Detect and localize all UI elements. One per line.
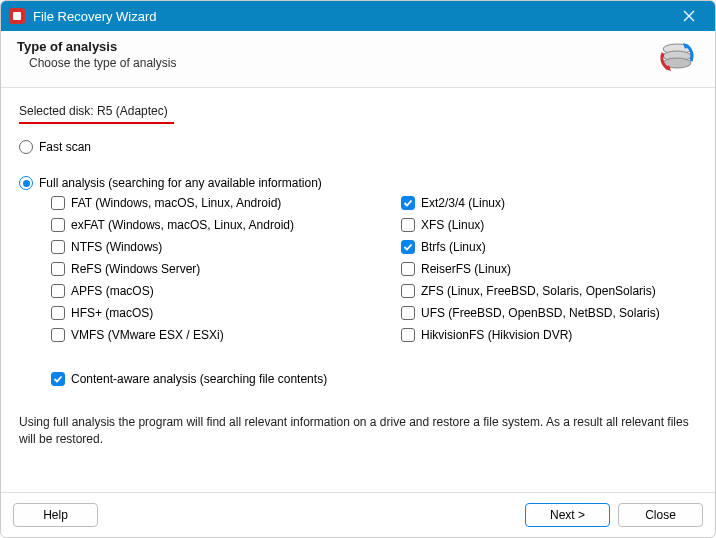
- selected-disk-row: Selected disk: R5 (Adaptec): [19, 104, 697, 118]
- checkbox-fs-left-4[interactable]: APFS (macOS): [51, 284, 391, 298]
- checkbox-icon: [51, 306, 65, 320]
- checkbox-label: VMFS (VMware ESX / ESXi): [71, 328, 224, 342]
- checkbox-label: ReFS (Windows Server): [71, 262, 200, 276]
- description-text: Using full analysis the program will fin…: [19, 414, 697, 448]
- checkbox-fs-left-2[interactable]: NTFS (Windows): [51, 240, 391, 254]
- checkbox-icon: [401, 196, 415, 210]
- checkbox-label: Content-aware analysis (searching file c…: [71, 372, 327, 386]
- help-button[interactable]: Help: [13, 503, 98, 527]
- close-button[interactable]: Close: [618, 503, 703, 527]
- checkbox-label: Btrfs (Linux): [421, 240, 486, 254]
- checkbox-label: XFS (Linux): [421, 218, 484, 232]
- checkbox-label: FAT (Windows, macOS, Linux, Android): [71, 196, 281, 210]
- window: { "window": { "title": "File Recovery Wi…: [0, 0, 716, 538]
- checkbox-fs-left-6[interactable]: VMFS (VMware ESX / ESXi): [51, 328, 391, 342]
- selected-disk-label: Selected disk:: [19, 104, 94, 118]
- checkbox-label: HFS+ (macOS): [71, 306, 153, 320]
- radio-icon: [19, 140, 33, 154]
- checkbox-icon: [401, 328, 415, 342]
- checkbox-icon: [401, 262, 415, 276]
- checkbox-label: UFS (FreeBSD, OpenBSD, NetBSD, Solaris): [421, 306, 660, 320]
- checkbox-fs-right-3[interactable]: ReiserFS (Linux): [401, 262, 697, 276]
- checkbox-icon: [401, 240, 415, 254]
- checkbox-label: Ext2/3/4 (Linux): [421, 196, 505, 210]
- checkbox-fs-right-5[interactable]: UFS (FreeBSD, OpenBSD, NetBSD, Solaris): [401, 306, 697, 320]
- checkbox-icon: [51, 284, 65, 298]
- checkbox-fs-left-5[interactable]: HFS+ (macOS): [51, 306, 391, 320]
- radio-full-analysis[interactable]: Full analysis (searching for any availab…: [19, 176, 697, 190]
- checkbox-icon: [51, 240, 65, 254]
- checkbox-fs-left-3[interactable]: ReFS (Windows Server): [51, 262, 391, 276]
- recovery-icon: [655, 39, 699, 79]
- checkbox-fs-left-1[interactable]: exFAT (Windows, macOS, Linux, Android): [51, 218, 391, 232]
- checkbox-icon: [51, 328, 65, 342]
- checkbox-fs-right-0[interactable]: Ext2/3/4 (Linux): [401, 196, 697, 210]
- checkbox-icon: [51, 372, 65, 386]
- checkbox-label: HikvisionFS (Hikvision DVR): [421, 328, 572, 342]
- checkbox-icon: [51, 218, 65, 232]
- checkbox-fs-right-2[interactable]: Btrfs (Linux): [401, 240, 697, 254]
- checkbox-icon: [51, 196, 65, 210]
- close-icon[interactable]: [671, 1, 707, 31]
- checkbox-label: APFS (macOS): [71, 284, 154, 298]
- checkbox-icon: [401, 306, 415, 320]
- checkbox-icon: [51, 262, 65, 276]
- checkbox-fs-right-6[interactable]: HikvisionFS (Hikvision DVR): [401, 328, 697, 342]
- header: Type of analysis Choose the type of anal…: [1, 31, 715, 88]
- radio-label: Fast scan: [39, 140, 91, 154]
- page-subtitle: Choose the type of analysis: [29, 56, 655, 70]
- filesystem-grid: FAT (Windows, macOS, Linux, Android)Ext2…: [51, 196, 697, 350]
- titlebar: File Recovery Wizard: [1, 1, 715, 31]
- next-button[interactable]: Next >: [525, 503, 610, 527]
- checkbox-label: exFAT (Windows, macOS, Linux, Android): [71, 218, 294, 232]
- app-icon: [9, 8, 25, 24]
- checkbox-label: NTFS (Windows): [71, 240, 162, 254]
- checkbox-content-aware[interactable]: Content-aware analysis (searching file c…: [51, 372, 697, 386]
- radio-label: Full analysis (searching for any availab…: [39, 176, 322, 190]
- checkbox-fs-left-0[interactable]: FAT (Windows, macOS, Linux, Android): [51, 196, 391, 210]
- page-title: Type of analysis: [17, 39, 655, 54]
- checkbox-icon: [401, 218, 415, 232]
- checkbox-icon: [401, 284, 415, 298]
- radio-icon: [19, 176, 33, 190]
- checkbox-label: ReiserFS (Linux): [421, 262, 511, 276]
- checkbox-label: ZFS (Linux, FreeBSD, Solaris, OpenSolari…: [421, 284, 656, 298]
- checkbox-fs-right-4[interactable]: ZFS (Linux, FreeBSD, Solaris, OpenSolari…: [401, 284, 697, 298]
- window-title: File Recovery Wizard: [33, 9, 671, 24]
- content-area: Selected disk: R5 (Adaptec) Fast scan Fu…: [1, 88, 715, 492]
- checkbox-fs-right-1[interactable]: XFS (Linux): [401, 218, 697, 232]
- selected-disk-underline: [19, 122, 174, 124]
- selected-disk-value: R5 (Adaptec): [97, 104, 168, 118]
- footer: Help Next > Close: [1, 492, 715, 537]
- radio-fast-scan[interactable]: Fast scan: [19, 140, 697, 154]
